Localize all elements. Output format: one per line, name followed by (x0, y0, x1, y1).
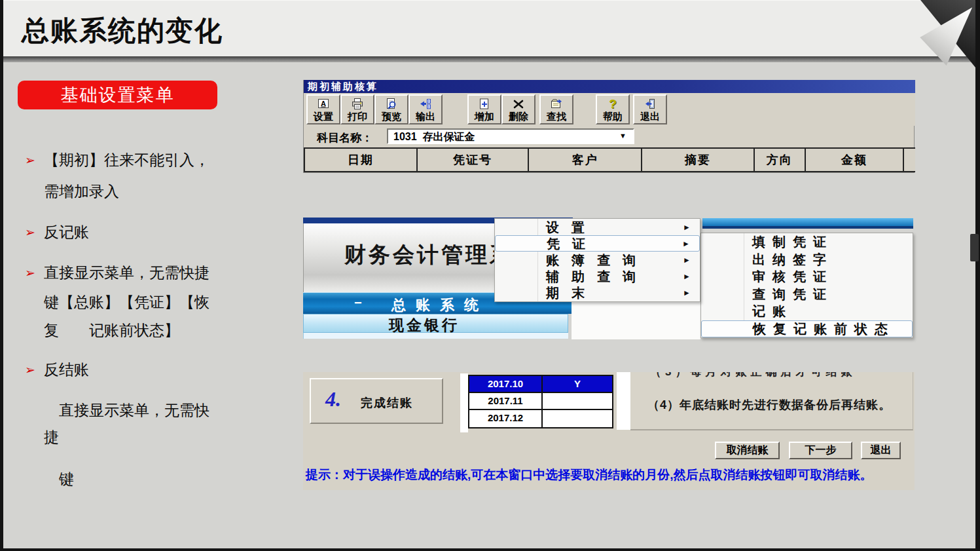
hint-text: 提示：对于误操作造成的结账,可在本窗口中选择要取消结账的月份,然后点取消结账按钮… (306, 466, 873, 484)
bullet-line: ➢反记账 (25, 223, 89, 242)
note-line: （4）年底结账时先进行数据备份后再结账。 (647, 397, 891, 413)
bullet-text: 需增加录入 (44, 183, 119, 200)
font-settings-icon: A (317, 97, 330, 111)
window-initial-aux: 期初辅助核算 A 设置 打印 预览 (303, 80, 915, 173)
bullet-text: 键【总账】【凭证】【恢 (44, 294, 209, 311)
column-header-stub (904, 149, 913, 171)
bullet-arrow-icon: ➢ (25, 363, 35, 377)
nav-bottom-strip (303, 333, 568, 339)
closing-period-row[interactable]: 2017.12 (469, 410, 612, 427)
flag-cell: Y (543, 376, 612, 392)
submenu-arrow-icon: ► (683, 256, 691, 265)
bullet-text: 键 (59, 471, 74, 487)
closing-period-row[interactable]: 2017.11 (469, 393, 612, 410)
underlying-window-border (702, 226, 913, 229)
toolbar-button-add[interactable]: 增加 (467, 94, 501, 124)
toolbar-button-delete[interactable]: 删除 (501, 94, 535, 124)
underlying-window-edge (702, 218, 913, 226)
slide-title-band: 总账系统的变化 (3, 0, 975, 56)
preview-icon (385, 97, 398, 111)
submenu-item-query-voucher[interactable]: 查询凭证 (701, 286, 913, 303)
wizard-step-box: 4. 完成结账 (310, 378, 443, 424)
bullet-line: ➢直接显示菜单，无需快捷 (25, 263, 209, 283)
bullet-arrow-icon: ➢ (25, 225, 35, 239)
submenu-arrow-icon: ► (683, 223, 691, 232)
bullet-line: 复 记账前状态】 (44, 321, 179, 341)
title-divider (3, 56, 975, 62)
column-header-direction: 方向 (755, 149, 806, 171)
toolbar-button-preview[interactable]: 预览 (374, 94, 408, 124)
bullet-arrow-icon: ➢ (25, 153, 35, 167)
bullet-line: ➢【期初】往来不能引入， (25, 151, 209, 170)
nav-item-cash-bank[interactable]: 现金银行 (303, 314, 568, 333)
toolbar-button-export[interactable]: 输出 (408, 94, 443, 124)
submenu-item-restore-pre-bookkeeping-state[interactable]: 恢复记账前状态 (701, 320, 913, 338)
export-icon (419, 97, 432, 111)
voucher-submenu: 填制凭证 出纳签字 审核凭证 查询凭证 记账 恢复记账前状态 (700, 233, 913, 338)
toolbar-button-exit[interactable]: 退出 (633, 94, 667, 124)
menu-item-settings[interactable]: 设置► (495, 219, 700, 235)
subject-row: 科目名称： 1031 存出保证金 ▼ (304, 126, 915, 147)
closing-wizard: 4. 完成结账 2017.10 Y 2017.11 2017.12 (303, 372, 915, 490)
bullet-text: 【期初】往来不能引入， (44, 152, 209, 168)
chevron-down-icon[interactable]: ▼ (619, 132, 626, 140)
nav-group-label: 总账系统 (391, 295, 488, 315)
clipped-window-fragment (970, 234, 979, 261)
toolbar-button-print[interactable]: 打印 (340, 94, 374, 124)
wizard-step-number: 4. (325, 387, 341, 411)
toolbar-button-settings[interactable]: A 设置 (306, 94, 340, 124)
menu-item-voucher[interactable]: 凭证► (495, 235, 700, 252)
column-header-customer: 客户 (529, 149, 642, 171)
clipped-note-line: （3）每月对账正确后才可结账 (630, 372, 913, 379)
closing-period-row[interactable]: 2017.10 Y (469, 376, 612, 393)
period-cell: 2017.11 (469, 393, 543, 409)
column-header-amount: 金额 (806, 149, 904, 171)
delete-icon (512, 97, 525, 111)
subject-label: 科目名称： (317, 130, 372, 145)
menu-screenshot: 财务会计管理系统 − 总账系统 现金银行 填制凭证 出纳签字 审核凭证 查询 (303, 218, 915, 339)
submenu-item-bookkeeping[interactable]: 记账 (701, 303, 913, 320)
column-header-summary: 摘要 (642, 149, 755, 171)
window-title: 期初辅助核算 (308, 81, 378, 92)
bullet-text: 直接显示菜单，无需快捷 (44, 265, 209, 281)
submenu-item-cashier-signature[interactable]: 出纳签字 (701, 251, 913, 269)
submenu-item-audit-voucher[interactable]: 审核凭证 (701, 268, 913, 286)
submenu-item-fill-voucher[interactable]: 填制凭证 (701, 233, 913, 251)
column-header-date: 日期 (304, 149, 418, 171)
grid-header-row: 日期 凭证号 客户 摘要 方向 金额 (304, 147, 915, 172)
bullet-line: 键【总账】【凭证】【恢 (44, 293, 209, 313)
cancel-closing-button[interactable]: 取消结账 (715, 442, 780, 459)
add-icon (478, 97, 491, 111)
general-ledger-menu: 设置► 凭证► 账簿查询► 辅助查询► 期末► (494, 218, 700, 302)
submenu-arrow-icon: ► (683, 272, 691, 281)
collapse-icon: − (354, 295, 362, 311)
submenu-arrow-icon: ► (683, 288, 691, 297)
closing-period-table: 2017.10 Y 2017.11 2017.12 (468, 375, 613, 428)
toolbar-button-help[interactable]: ? 帮助 (596, 94, 630, 124)
menu-item-auxiliary-query[interactable]: 辅助查询► (495, 269, 700, 285)
bullet-line: ➢反结账 (25, 360, 89, 380)
window-background-fragment (572, 297, 700, 339)
subject-combobox[interactable]: 1031 存出保证金 ▼ (387, 128, 634, 144)
period-cell: 2017.10 (469, 376, 543, 392)
bullet-text: 反结账 (44, 362, 89, 378)
column-header-voucher: 凭证号 (418, 149, 529, 171)
table-left-gutter (460, 373, 468, 432)
menu-item-account-books-query[interactable]: 账簿查询► (495, 252, 700, 268)
toolbar-button-find[interactable]: 查找 (539, 94, 573, 124)
printer-icon (351, 97, 364, 111)
exit-icon (644, 97, 657, 111)
next-step-button[interactable]: 下一步 (789, 442, 852, 459)
page-title: 总账系统的变化 (22, 12, 223, 49)
panel-left-gutter (617, 372, 630, 430)
notes-panel: （3）每月对账正确后才可结账 （4）年底结账时先进行数据备份后再结账。 (630, 372, 913, 430)
slide-canvas: 总账系统的变化 基础设置菜单 ➢【期初】往来不能引入， 需增加录入 ➢反记账 ➢… (0, 0, 980, 551)
bullet-line: 键 (59, 470, 74, 489)
toolbar: A 设置 打印 预览 输出 (304, 93, 915, 126)
flag-cell (543, 393, 612, 409)
bullet-text: 复 记账前状态】 (44, 322, 179, 339)
bullet-line: 捷 (44, 428, 59, 447)
help-icon: ? (609, 97, 617, 111)
menu-item-period-end[interactable]: 期末► (495, 285, 700, 301)
exit-button[interactable]: 退出 (861, 442, 901, 459)
